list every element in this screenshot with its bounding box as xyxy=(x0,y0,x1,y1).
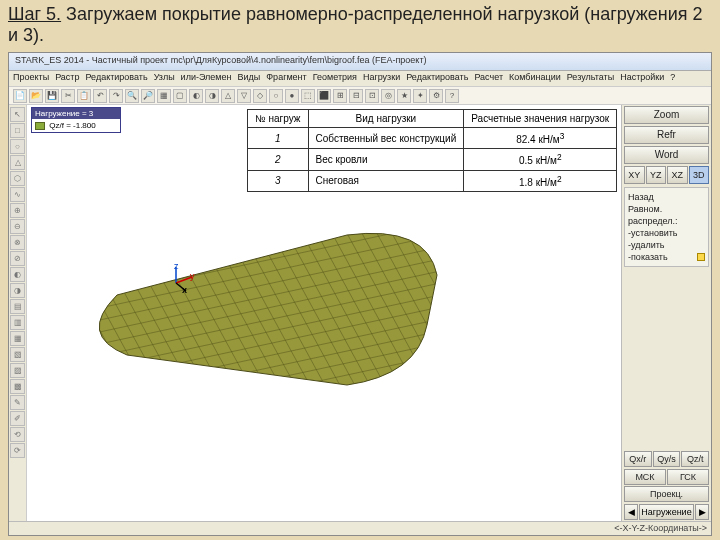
menu-item[interactable]: Геометрия xyxy=(313,72,357,85)
menu-item[interactable]: Фрагмент xyxy=(266,72,306,85)
indicator-dot-icon xyxy=(697,253,705,261)
menu-item[interactable]: Виды xyxy=(238,72,261,85)
menu-item[interactable]: Узлы xyxy=(154,72,175,85)
menu-item[interactable]: Редактировать xyxy=(406,72,468,85)
legend-swatch-icon xyxy=(35,122,45,130)
qz-button[interactable]: Qz/t xyxy=(681,451,709,467)
loadcase-nav: ◀ Нагружение 3 ▶ xyxy=(622,503,711,521)
toolbar-button[interactable]: ? xyxy=(445,89,459,103)
svg-line-57 xyxy=(67,369,487,435)
toolbar-button[interactable]: ▢ xyxy=(173,89,187,103)
toolbar-button[interactable]: ⊡ xyxy=(365,89,379,103)
menu-item[interactable]: или-Элемен xyxy=(181,72,232,85)
menu-item[interactable]: ? xyxy=(670,72,675,85)
toolbar-button[interactable]: ⬛ xyxy=(317,89,331,103)
next-loadcase-button[interactable]: ▶ xyxy=(695,504,709,520)
view-yz-button[interactable]: YZ xyxy=(646,166,667,184)
toolbar-button[interactable]: ✦ xyxy=(413,89,427,103)
toolbar-button[interactable]: ● xyxy=(285,89,299,103)
refresh-button[interactable]: Refr xyxy=(624,126,709,144)
tool-button[interactable]: □ xyxy=(10,123,25,138)
toolbar-button[interactable]: 🔍 xyxy=(125,89,139,103)
table-row: 3Снеговая1.8 кН/м2 xyxy=(248,170,617,191)
toolbar-button[interactable]: ✂ xyxy=(61,89,75,103)
menu-item[interactable]: Редактировать xyxy=(85,72,147,85)
tool-button[interactable]: ∿ xyxy=(10,187,25,202)
view-xy-button[interactable]: XY xyxy=(624,166,645,184)
svg-line-38 xyxy=(67,215,487,231)
toolbar-button[interactable]: 💾 xyxy=(45,89,59,103)
toolbar-button[interactable]: ↶ xyxy=(93,89,107,103)
tool-button[interactable]: ⊘ xyxy=(10,251,25,266)
svg-line-31 xyxy=(457,215,487,435)
set-load-link[interactable]: -установить xyxy=(628,227,705,239)
toolbar-button[interactable]: ⬚ xyxy=(301,89,315,103)
toolbar-button[interactable]: ⊟ xyxy=(349,89,363,103)
view-xz-button[interactable]: XZ xyxy=(667,166,688,184)
qx-button[interactable]: Qx/r xyxy=(624,451,652,467)
toolbar-button[interactable]: ○ xyxy=(269,89,283,103)
loadcase-label[interactable]: Нагружение 3 xyxy=(639,504,694,520)
delete-load-link[interactable]: -удалить xyxy=(628,239,705,251)
qy-button[interactable]: Qy/s xyxy=(653,451,681,467)
zoom-button[interactable]: Zoom xyxy=(624,106,709,124)
menu-item[interactable]: Проекты xyxy=(13,72,49,85)
tool-button[interactable]: ↖ xyxy=(10,107,25,122)
toolbar-button[interactable]: 📂 xyxy=(29,89,43,103)
toolbar-button[interactable]: 📄 xyxy=(13,89,27,103)
toolbar-button[interactable]: ↷ xyxy=(109,89,123,103)
toolbar-button[interactable]: ◇ xyxy=(253,89,267,103)
menu-item[interactable]: Настройки xyxy=(620,72,664,85)
menu-item[interactable]: Растр xyxy=(55,72,79,85)
tool-button[interactable]: ⟳ xyxy=(10,443,25,458)
gsk-button[interactable]: ГСК xyxy=(667,469,709,485)
toolbar-button[interactable]: ⚙ xyxy=(429,89,443,103)
tool-button[interactable]: ⊗ xyxy=(10,235,25,250)
tool-button[interactable]: ⟲ xyxy=(10,427,25,442)
menubar[interactable]: ПроектыРастрРедактироватьУзлыили-ЭлеменВ… xyxy=(9,71,711,87)
toolbar-button[interactable]: ◎ xyxy=(381,89,395,103)
q-buttons: Qx/r Qy/s Qz/t xyxy=(622,450,711,468)
tool-button[interactable]: △ xyxy=(10,155,25,170)
menu-item[interactable]: Нагрузки xyxy=(363,72,400,85)
menu-item[interactable]: Комбинации xyxy=(509,72,561,85)
back-link[interactable]: Назад xyxy=(628,191,705,203)
dist-load-label: Равном. распредел.: xyxy=(628,203,705,227)
tool-button[interactable]: ▩ xyxy=(10,379,25,394)
prev-loadcase-button[interactable]: ◀ xyxy=(624,504,638,520)
msk-button[interactable]: МСК xyxy=(624,469,666,485)
tool-button[interactable]: ▨ xyxy=(10,363,25,378)
canvas-area[interactable]: Нагружение = 3 Qz/f = -1.800 № нагруж Ви… xyxy=(27,105,621,521)
tool-button[interactable]: ▦ xyxy=(10,331,25,346)
toolbar-button[interactable]: ▦ xyxy=(157,89,171,103)
tool-button[interactable]: ⊕ xyxy=(10,203,25,218)
load-table: № нагруж Вид нагрузки Расчетные значения… xyxy=(247,109,617,192)
tool-button[interactable]: ○ xyxy=(10,139,25,154)
show-load-link[interactable]: -показать xyxy=(628,251,705,263)
step-text: Загружаем покрытие равномерно-распределе… xyxy=(8,4,703,45)
toolbar-button[interactable]: △ xyxy=(221,89,235,103)
proj-button[interactable]: Проекц. xyxy=(624,486,709,502)
toolbar-button[interactable]: 📋 xyxy=(77,89,91,103)
menu-item[interactable]: Результаты xyxy=(567,72,614,85)
tool-button[interactable]: ✐ xyxy=(10,411,25,426)
tool-button[interactable]: ◐ xyxy=(10,267,25,282)
word-button[interactable]: Word xyxy=(624,146,709,164)
toolbar-button[interactable]: ⊞ xyxy=(333,89,347,103)
tool-button[interactable]: ⊖ xyxy=(10,219,25,234)
legend-title: Нагружение = 3 xyxy=(32,108,120,119)
tool-button[interactable]: ◑ xyxy=(10,283,25,298)
menu-item[interactable]: Расчет xyxy=(474,72,503,85)
tool-button[interactable]: ✎ xyxy=(10,395,25,410)
tool-button[interactable]: ⬡ xyxy=(10,171,25,186)
toolbar-button[interactable]: ◑ xyxy=(205,89,219,103)
view-3d-button[interactable]: 3D xyxy=(689,166,710,184)
table-header-row: № нагруж Вид нагрузки Расчетные значения… xyxy=(248,110,617,128)
toolbar-button[interactable]: ★ xyxy=(397,89,411,103)
toolbar-button[interactable]: ▽ xyxy=(237,89,251,103)
tool-button[interactable]: ▧ xyxy=(10,347,25,362)
toolbar-button[interactable]: ◐ xyxy=(189,89,203,103)
tool-button[interactable]: ▤ xyxy=(10,299,25,314)
toolbar-button[interactable]: 🔎 xyxy=(141,89,155,103)
tool-button[interactable]: ▥ xyxy=(10,315,25,330)
